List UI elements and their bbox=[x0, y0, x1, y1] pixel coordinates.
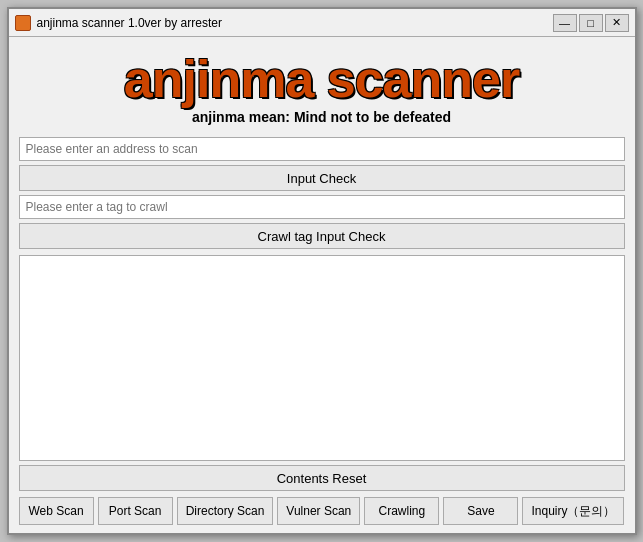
address-input[interactable] bbox=[19, 137, 625, 161]
crawling-button[interactable]: Crawling bbox=[364, 497, 439, 525]
form-section: Input Check Crawl tag Input Check bbox=[19, 137, 625, 249]
minimize-button[interactable]: — bbox=[553, 14, 577, 32]
banner: anjinma scanner anjinma mean: Mind not t… bbox=[19, 45, 625, 129]
tag-input[interactable] bbox=[19, 195, 625, 219]
directory-scan-button[interactable]: Directory Scan bbox=[177, 497, 274, 525]
window-controls: — □ ✕ bbox=[553, 14, 629, 32]
output-area bbox=[19, 255, 625, 461]
inquiry-button[interactable]: Inquiry（문의） bbox=[522, 497, 624, 525]
reset-button[interactable]: Contents Reset bbox=[19, 465, 625, 491]
vulner-scan-button[interactable]: Vulner Scan bbox=[277, 497, 360, 525]
banner-subtitle: anjinma mean: Mind not to be defeated bbox=[19, 109, 625, 125]
close-button[interactable]: ✕ bbox=[605, 14, 629, 32]
bottom-section: Contents Reset Web Scan Port Scan Direct… bbox=[19, 461, 625, 525]
input-check-button[interactable]: Input Check bbox=[19, 165, 625, 191]
title-bar: anjinma scanner 1.0ver by arrester — □ ✕ bbox=[9, 9, 635, 37]
main-window: anjinma scanner 1.0ver by arrester — □ ✕… bbox=[7, 7, 637, 535]
app-icon bbox=[15, 15, 31, 31]
scan-buttons-bar: Web Scan Port Scan Directory Scan Vulner… bbox=[19, 497, 625, 525]
content-area: anjinma scanner anjinma mean: Mind not t… bbox=[9, 37, 635, 533]
banner-title: anjinma scanner bbox=[19, 53, 625, 105]
web-scan-button[interactable]: Web Scan bbox=[19, 497, 94, 525]
maximize-button[interactable]: □ bbox=[579, 14, 603, 32]
port-scan-button[interactable]: Port Scan bbox=[98, 497, 173, 525]
save-button[interactable]: Save bbox=[443, 497, 518, 525]
crawl-check-button[interactable]: Crawl tag Input Check bbox=[19, 223, 625, 249]
title-bar-text: anjinma scanner 1.0ver by arrester bbox=[37, 16, 553, 30]
